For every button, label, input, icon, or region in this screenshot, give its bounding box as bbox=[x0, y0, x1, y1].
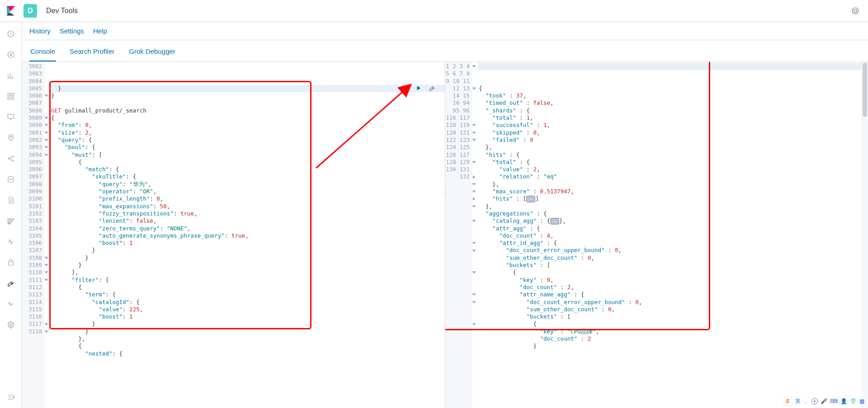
top-bar: D Dev Tools bbox=[0, 0, 868, 22]
svg-point-12 bbox=[12, 160, 14, 161]
svg-rect-15 bbox=[8, 221, 12, 222]
ime-skin-icon[interactable]: 👕 bbox=[850, 398, 857, 404]
main-content: History Settings Help Console Search Pro… bbox=[22, 22, 868, 408]
wrench-button[interactable] bbox=[428, 84, 437, 93]
svg-point-10 bbox=[8, 158, 9, 159]
request-actions bbox=[414, 84, 437, 93]
svg-rect-14 bbox=[8, 219, 14, 220]
request-gutter: 3082 3083 3084 3085 3086 3087 3088 3089 … bbox=[22, 62, 45, 408]
svg-point-0 bbox=[852, 8, 859, 14]
tab-grok-debugger[interactable]: Grok Debugger bbox=[128, 42, 176, 61]
nav-siem-icon[interactable] bbox=[4, 255, 18, 270]
nav-ml-icon[interactable] bbox=[4, 151, 18, 166]
ime-mic-icon[interactable]: 🎤 bbox=[821, 398, 827, 404]
ime-toolbox-icon[interactable]: ▦ bbox=[859, 398, 864, 404]
ime-keyboard-icon[interactable]: ⌨ bbox=[830, 398, 838, 404]
nav-monitoring-icon[interactable] bbox=[4, 297, 18, 311]
svg-rect-7 bbox=[12, 97, 14, 99]
svg-rect-17 bbox=[9, 262, 14, 266]
svg-rect-4 bbox=[8, 93, 10, 95]
nav-maps-icon[interactable] bbox=[4, 131, 18, 145]
svg-point-11 bbox=[12, 156, 14, 157]
subnav-history[interactable]: History bbox=[29, 27, 51, 35]
console-area: 3082 3083 3084 3085 3086 3087 3088 3089 … bbox=[22, 62, 868, 408]
nav-visualize-icon[interactable] bbox=[4, 68, 18, 83]
response-gutter: 1 2 3 4 5 6 7 8 9 10 11 12 13 14 15 16 9… bbox=[445, 62, 472, 408]
subnav-settings[interactable]: Settings bbox=[60, 27, 84, 35]
request-pane[interactable]: 3082 3083 3084 3085 3086 3087 3088 3089 … bbox=[22, 62, 445, 408]
run-button[interactable] bbox=[414, 84, 423, 93]
svg-rect-5 bbox=[12, 93, 14, 95]
splitter-handle[interactable]: ⋮ bbox=[445, 188, 447, 197]
svg-point-18 bbox=[10, 324, 12, 326]
nav-management-icon[interactable] bbox=[4, 318, 18, 332]
svg-rect-16 bbox=[8, 223, 10, 224]
request-editor[interactable]: }}GET gulimall_product/_search{ "from": … bbox=[50, 62, 445, 408]
ime-punct[interactable]: ， bbox=[803, 398, 809, 405]
sogou-logo-icon[interactable]: S bbox=[783, 396, 793, 406]
response-scrollbar[interactable] bbox=[862, 62, 868, 408]
ime-user-icon[interactable]: 👤 bbox=[840, 398, 847, 404]
nav-apm-icon[interactable] bbox=[4, 214, 18, 228]
nav-dashboard-icon[interactable] bbox=[4, 89, 18, 103]
nav-collapse-icon[interactable] bbox=[4, 390, 18, 404]
svg-rect-8 bbox=[8, 114, 14, 118]
subnav-help[interactable]: Help bbox=[93, 27, 107, 35]
sub-nav: History Settings Help bbox=[22, 22, 868, 40]
svg-point-3 bbox=[8, 52, 14, 58]
nav-metrics-icon[interactable] bbox=[4, 172, 18, 187]
nav-discover-icon[interactable] bbox=[4, 47, 18, 62]
side-nav bbox=[0, 22, 22, 408]
ime-money-icon[interactable]: ¥ bbox=[811, 398, 818, 404]
nav-devtools-icon[interactable] bbox=[4, 276, 18, 291]
nav-recent-icon[interactable] bbox=[4, 27, 18, 41]
nav-uptime-icon[interactable] bbox=[4, 234, 18, 249]
app-badge: D bbox=[24, 4, 37, 18]
response-pane[interactable]: ⋮ 1 2 3 4 5 6 7 8 9 10 11 12 13 14 15 16… bbox=[445, 62, 868, 408]
response-viewer: { "took" : 37, "timed_out" : false, "_sh… bbox=[478, 62, 868, 408]
nav-logs-icon[interactable] bbox=[4, 193, 18, 207]
nav-canvas-icon[interactable] bbox=[4, 110, 18, 124]
tab-search-profiler[interactable]: Search Profiler bbox=[69, 42, 115, 61]
tab-console[interactable]: Console bbox=[29, 42, 56, 61]
svg-point-9 bbox=[10, 136, 12, 138]
ime-lang[interactable]: 英 bbox=[795, 398, 801, 405]
news-icon[interactable] bbox=[848, 4, 863, 18]
svg-rect-6 bbox=[8, 97, 10, 99]
ime-tray: S 英 ， ¥ 🎤 ⌨ 👤 👕 ▦ bbox=[783, 396, 864, 406]
app-title: Dev Tools bbox=[46, 7, 78, 15]
tabs: Console Search Profiler Grok Debugger bbox=[22, 40, 868, 62]
kibana-logo-icon[interactable] bbox=[5, 5, 16, 16]
svg-point-1 bbox=[854, 9, 857, 12]
